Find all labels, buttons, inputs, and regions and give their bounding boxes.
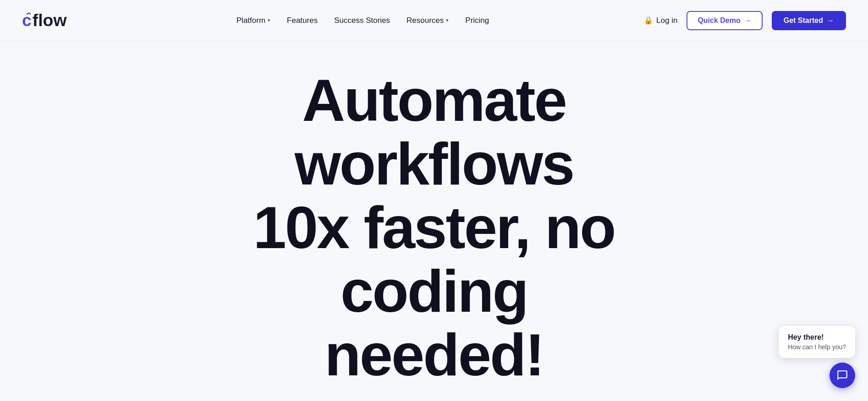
chat-icon bbox=[836, 369, 848, 381]
chat-widget: Hey there! How can I help you? bbox=[779, 326, 855, 388]
chat-sub-text: How can I help you? bbox=[788, 343, 846, 351]
nav-item-features[interactable]: Features bbox=[287, 16, 318, 25]
quick-demo-button[interactable]: Quick Demo → bbox=[687, 11, 762, 30]
login-link[interactable]: 🔒 Log in bbox=[644, 16, 677, 25]
hero-heading-line3: needed! bbox=[324, 321, 543, 388]
platform-chevron-icon: ▾ bbox=[268, 17, 270, 23]
hero-section: Automate workflows 10x faster, no coding… bbox=[0, 41, 868, 401]
lock-icon: 🔒 bbox=[644, 16, 653, 25]
logo[interactable]: c flow bbox=[22, 9, 82, 32]
quick-demo-arrow-icon: → bbox=[744, 16, 752, 25]
hero-heading-line1: Automate workflows bbox=[295, 67, 574, 197]
nav-platform-label: Platform bbox=[236, 16, 265, 25]
chat-open-button[interactable] bbox=[830, 363, 855, 388]
chat-hey-text: Hey there! bbox=[788, 333, 846, 341]
svg-text:flow: flow bbox=[33, 10, 67, 29]
nav-item-success-stories[interactable]: Success Stories bbox=[334, 16, 390, 25]
nav-resources-label: Resources bbox=[407, 16, 444, 25]
nav-item-pricing[interactable]: Pricing bbox=[465, 16, 489, 25]
nav-links: Platform ▾ Features Success Stories Reso… bbox=[236, 16, 489, 25]
resources-chevron-icon: ▾ bbox=[446, 17, 449, 23]
get-started-arrow-icon: → bbox=[827, 16, 834, 25]
get-started-label: Get Started bbox=[784, 16, 823, 25]
nav-pricing-label: Pricing bbox=[465, 16, 489, 25]
nav-item-resources[interactable]: Resources ▾ bbox=[407, 16, 449, 25]
nav-features-label: Features bbox=[287, 16, 318, 25]
chat-bubble: Hey there! How can I help you? bbox=[779, 326, 855, 358]
hero-heading: Automate workflows 10x faster, no coding… bbox=[159, 69, 709, 387]
get-started-button[interactable]: Get Started → bbox=[772, 11, 846, 30]
nav-right: 🔒 Log in Quick Demo → Get Started → bbox=[644, 11, 846, 30]
quick-demo-label: Quick Demo bbox=[698, 16, 740, 25]
login-label: Log in bbox=[656, 16, 677, 25]
hero-heading-line2: 10x faster, no coding bbox=[253, 194, 615, 325]
nav-item-platform[interactable]: Platform ▾ bbox=[236, 16, 270, 25]
navbar: c flow Platform ▾ Features Success Stori… bbox=[0, 0, 868, 41]
nav-success-label: Success Stories bbox=[334, 16, 390, 25]
